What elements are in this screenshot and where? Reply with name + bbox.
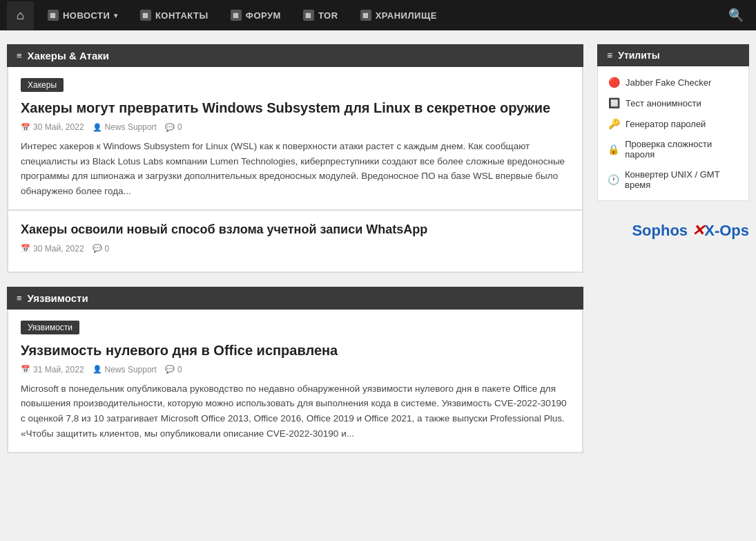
article-meta-1: 📅 30 Май, 2022 👤 News Support 💬 0: [21, 122, 570, 132]
sidebar-card: 🔴 Jabber Fake Checker 🔲 Тест анонимности…: [597, 66, 749, 201]
search-button[interactable]: 🔍: [723, 2, 749, 28]
sophos-part1: Sophos: [632, 222, 688, 239]
sidebar: ≡ Утилиты 🔴 Jabber Fake Checker 🔲 Тест а…: [597, 44, 749, 467]
sidebar-item-jabber[interactable]: 🔴 Jabber Fake Checker: [598, 72, 748, 93]
sidebar-item-anon[interactable]: 🔲 Тест анонимности: [598, 93, 748, 113]
comment-icon-3: 💬: [165, 365, 175, 374]
article-meta-3: 📅 31 Май, 2022 👤 News Support 💬 0: [21, 365, 570, 374]
article-title-2[interactable]: Хакеры освоили новый способ взлома учетн…: [21, 222, 570, 238]
tag-uyazv[interactable]: Уязвимости: [21, 321, 79, 334]
nav-kontakty[interactable]: ▦ КОНТАКТЫ: [129, 1, 220, 29]
sophos-logo: Sophos ✕X-Ops: [632, 222, 749, 239]
nav-hranilische[interactable]: ▦ ХРАНИЛИЩЕ: [349, 1, 448, 29]
section-hakery: ≡ Хакеры & Атаки Хакеры Хакеры могут пре…: [7, 44, 583, 273]
key-icon: 🔑: [608, 118, 620, 129]
forum-icon: ▦: [231, 10, 242, 21]
section-header-hakery: ≡ Хакеры & Атаки: [7, 44, 583, 67]
sidebar-item-password-gen[interactable]: 🔑 Генератор паролей: [598, 113, 748, 134]
sidebar-header: ≡ Утилиты: [597, 44, 749, 66]
tag-hakery[interactable]: Хакеры: [21, 78, 64, 92]
author-item-1: 👤 News Support: [93, 122, 157, 132]
excerpt-1: Интерес хакеров к Windows Subsystem for …: [21, 139, 570, 198]
section-block-hakery: Хакеры Хакеры могут превратить Windows S…: [7, 67, 583, 273]
section-block-uyazv: Уязвимости Уязвимость нулевого дня в Off…: [7, 310, 583, 453]
article-card-1: Хакеры Хакеры могут превратить Windows S…: [8, 67, 583, 210]
lines-icon-hakery: ≡: [17, 50, 22, 61]
calendar-icon-3: 📅: [21, 365, 30, 374]
main-nav: ⌂ ▦ НОВОСТИ ▾ ▦ КОНТАКТЫ ▦ ФОРУМ ▦ TOR ▦…: [0, 0, 756, 30]
comments-item-3: 💬 0: [165, 365, 182, 374]
main-content: ≡ Хакеры & Атаки Хакеры Хакеры могут пре…: [7, 44, 583, 467]
comments-item-2: 💬 0: [93, 244, 110, 254]
page-wrap: ≡ Хакеры & Атаки Хакеры Хакеры могут пре…: [0, 44, 756, 467]
home-button[interactable]: ⌂: [7, 1, 34, 30]
user-icon-3: 👤: [93, 365, 102, 374]
sophos-banner: Sophos ✕X-Ops: [597, 222, 749, 240]
lines-icon-uyazv: ≡: [17, 293, 22, 303]
kontakty-icon: ▦: [140, 10, 151, 21]
lines-icon-sidebar: ≡: [607, 50, 612, 61]
clock-icon: 🕐: [608, 174, 619, 185]
nav-items: ▦ НОВОСТИ ▾ ▦ КОНТАКТЫ ▦ ФОРУМ ▦ TOR ▦ Х…: [37, 1, 723, 29]
sidebar-item-password-check[interactable]: 🔒 Проверка сложности пароля: [598, 134, 748, 164]
hranilische-icon: ▦: [360, 10, 371, 21]
article-card-2: Хакеры освоили новый способ взлома учетн…: [8, 210, 583, 272]
author-item-3: 👤 News Support: [93, 365, 157, 374]
date-item-1: 📅 30 Май, 2022: [21, 122, 84, 132]
sidebar-item-unix[interactable]: 🕐 Конвертер UNIX / GMT время: [598, 164, 748, 195]
comments-item-1: 💬 0: [165, 122, 182, 132]
jabber-icon: 🔴: [608, 77, 620, 88]
excerpt-3: Microsoft в понедельник опубликовала рук…: [21, 381, 570, 441]
date-item-2: 📅 30 Май, 2022: [21, 244, 84, 254]
date-item-3: 📅 31 Май, 2022: [21, 365, 84, 374]
sophos-part2: X-Ops: [704, 222, 749, 239]
nav-novosti[interactable]: ▦ НОВОСТИ ▾: [37, 1, 129, 29]
novosti-icon: ▦: [48, 10, 59, 21]
article-meta-2: 📅 30 Май, 2022 💬 0: [21, 244, 570, 254]
calendar-icon-2: 📅: [21, 244, 30, 253]
article-title-3[interactable]: Уязвимость нулевого дня в Office исправл…: [21, 341, 570, 359]
nav-forum[interactable]: ▦ ФОРУМ: [220, 1, 292, 29]
section-header-uyazv: ≡ Уязвимости: [7, 287, 583, 310]
dropdown-arrow-icon: ▾: [114, 12, 118, 19]
lock-icon: 🔒: [608, 144, 619, 155]
calendar-icon-1: 📅: [21, 123, 30, 132]
sophos-x: ✕: [688, 222, 704, 239]
nav-tor[interactable]: ▦ TOR: [292, 1, 349, 29]
anon-icon: 🔲: [608, 97, 620, 108]
section-uyazv: ≡ Уязвимости Уязвимости Уязвимость нулев…: [7, 287, 583, 453]
article-card-3: Уязвимости Уязвимость нулевого дня в Off…: [8, 310, 583, 453]
user-icon-1: 👤: [93, 123, 102, 132]
comment-icon-1: 💬: [165, 123, 175, 132]
tor-icon: ▦: [303, 10, 314, 21]
article-title-1[interactable]: Хакеры могут превратить Windows Subsyste…: [21, 99, 570, 117]
comment-icon-2: 💬: [93, 244, 102, 253]
